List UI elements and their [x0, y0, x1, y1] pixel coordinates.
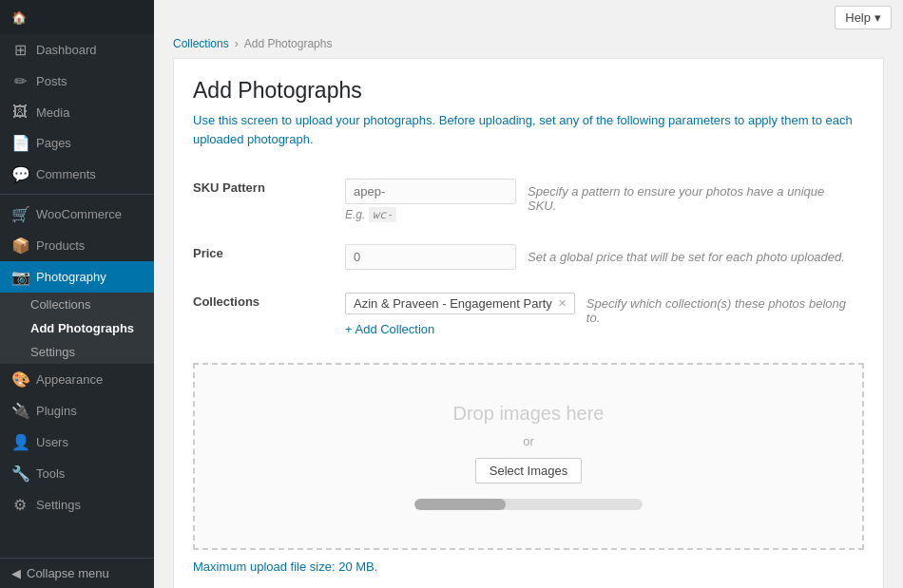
tools-icon: 🔧 — [11, 465, 29, 483]
sku-label: SKU Pattern — [193, 167, 345, 233]
breadcrumb: Collections › Add Photographs — [154, 35, 903, 58]
site-header: 🏠 — [0, 0, 154, 34]
posts-icon: ✏ — [11, 72, 29, 90]
collections-label: Collections — [193, 281, 345, 348]
site-icon: 🏠 — [11, 10, 27, 25]
users-icon: 👤 — [11, 433, 29, 451]
help-button[interactable]: Help ▾ — [835, 6, 892, 29]
price-field-cell: Set a global price that will be set for … — [345, 233, 864, 281]
breadcrumb-separator: › — [235, 37, 239, 50]
page-title: Add Photographs — [193, 78, 864, 104]
progress-bar-fill — [414, 499, 506, 510]
collections-hint: Specify which collection(s) these photos… — [586, 293, 853, 325]
collections-field-cell: Azin & Praveen - Engagement Party ✕ + Ad… — [345, 281, 864, 348]
sidebar-item-label: Users — [36, 435, 68, 449]
sidebar-item-label: Tools — [36, 466, 65, 481]
photography-icon: 📷 — [11, 268, 29, 286]
dashboard-icon: ⊞ — [11, 41, 29, 59]
sidebar-item-label: Posts — [36, 74, 67, 88]
sidebar-item-appearance[interactable]: 🎨 Appearance — [0, 364, 154, 395]
price-hint: Set a global price that will be set for … — [528, 244, 845, 264]
sidebar-item-dashboard[interactable]: ⊞ Dashboard — [0, 34, 154, 66]
submenu-item-add-photographs[interactable]: Add Photographs — [0, 316, 154, 340]
sku-field-row: E.g. wc- Specify a pattern to ensure you… — [345, 179, 864, 221]
products-icon: 📦 — [11, 237, 29, 255]
drop-zone-or: or — [523, 434, 534, 448]
select-images-button[interactable]: Select Images — [475, 458, 582, 484]
price-label: Price — [193, 233, 345, 281]
sidebar-item-label: WooCommerce — [36, 207, 122, 221]
breadcrumb-current: Add Photographs — [244, 37, 333, 50]
sidebar-item-products[interactable]: 📦 Products — [0, 230, 154, 261]
form-table: SKU Pattern E.g. wc- Specify a pattern t… — [193, 167, 864, 348]
content-area: Add Photographs Use this screen to uploa… — [173, 58, 884, 588]
comments-icon: 💬 — [11, 165, 29, 183]
collections-row: Collections Azin & Praveen - Engagement … — [193, 281, 864, 348]
chevron-down-icon: ▾ — [874, 10, 881, 25]
drop-zone-text: Drop images here — [453, 403, 605, 425]
sidebar-item-woocommerce[interactable]: 🛒 WooCommerce — [0, 199, 154, 230]
sku-input[interactable] — [345, 179, 516, 204]
sidebar-item-tools[interactable]: 🔧 Tools — [0, 458, 154, 489]
sku-row: SKU Pattern E.g. wc- Specify a pattern t… — [193, 167, 864, 233]
sidebar-item-label: Plugins — [36, 404, 77, 418]
submenu-item-photo-settings[interactable]: Settings — [0, 340, 154, 364]
settings-icon: ⚙ — [11, 496, 29, 514]
drop-zone[interactable]: Drop images here or Select Images — [193, 363, 864, 550]
collapse-icon: ◀ — [11, 566, 21, 580]
sidebar-item-label: Appearance — [36, 372, 103, 387]
submenu-item-collections[interactable]: Collections — [0, 293, 154, 316]
collapse-menu-button[interactable]: ◀ Collapse menu — [0, 558, 154, 588]
woocommerce-icon: 🛒 — [11, 205, 29, 223]
plugins-icon: 🔌 — [11, 402, 29, 420]
collections-tag-value: Azin & Praveen - Engagement Party — [354, 296, 552, 311]
page-description: Use this screen to upload your photograp… — [193, 111, 864, 148]
breadcrumb-parent-link[interactable]: Collections — [173, 37, 229, 50]
sidebar-item-comments[interactable]: 💬 Comments — [0, 159, 154, 190]
media-icon: 🖼 — [11, 104, 29, 121]
sidebar-item-label: Comments — [36, 167, 96, 181]
pages-icon: 📄 — [11, 134, 29, 152]
sidebar-item-settings[interactable]: ⚙ Settings — [0, 489, 154, 521]
sidebar-item-photography[interactable]: 📷 Photography — [0, 261, 154, 293]
price-field-row: Set a global price that will be set for … — [345, 244, 864, 270]
add-collection-link[interactable]: + Add Collection — [345, 322, 434, 336]
sku-example-value: wc- — [369, 207, 397, 222]
collections-left: Azin & Praveen - Engagement Party ✕ + Ad… — [345, 293, 575, 336]
price-input[interactable] — [345, 244, 516, 270]
sku-hint: Specify a pattern to ensure your photos … — [528, 179, 851, 213]
sidebar-item-plugins[interactable]: 🔌 Plugins — [0, 395, 154, 427]
sidebar-item-label: Pages — [36, 136, 71, 150]
sidebar: 🏠 ⊞ Dashboard ✏ Posts 🖼 Media 📄 Pages 💬 … — [0, 0, 154, 588]
upload-note: Maximum upload file size: 20 MB. — [193, 560, 864, 574]
sidebar-item-label: Settings — [36, 498, 81, 512]
sku-input-wrapper: E.g. wc- — [345, 179, 516, 221]
sidebar-item-label: Photography — [36, 270, 106, 284]
nav-divider — [0, 194, 154, 195]
collections-wrapper: Azin & Praveen - Engagement Party ✕ + Ad… — [345, 293, 864, 336]
sku-example: E.g. wc- — [345, 208, 516, 221]
progress-bar-wrapper — [414, 499, 643, 510]
sidebar-item-label: Media — [36, 105, 69, 120]
sku-field-cell: E.g. wc- Specify a pattern to ensure you… — [345, 167, 864, 233]
appearance-icon: 🎨 — [11, 370, 29, 389]
price-row: Price Set a global price that will be se… — [193, 233, 864, 281]
sidebar-item-posts[interactable]: ✏ Posts — [0, 66, 154, 97]
remove-collection-icon[interactable]: ✕ — [558, 297, 567, 310]
main-content: Help ▾ Collections › Add Photographs Add… — [154, 0, 903, 588]
sidebar-item-media[interactable]: 🖼 Media — [0, 97, 154, 127]
topbar: Help ▾ — [154, 0, 903, 35]
collections-tag[interactable]: Azin & Praveen - Engagement Party ✕ — [345, 293, 575, 314]
sidebar-item-label: Dashboard — [36, 43, 97, 57]
sidebar-item-pages[interactable]: 📄 Pages — [0, 127, 154, 159]
sidebar-item-users[interactable]: 👤 Users — [0, 427, 154, 458]
photography-submenu: Collections Add Photographs Settings — [0, 293, 154, 364]
sidebar-item-label: Products — [36, 238, 85, 253]
